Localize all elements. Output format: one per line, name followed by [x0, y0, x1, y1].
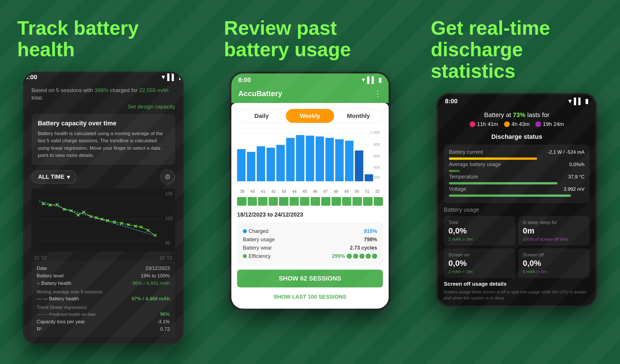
svg-text:200: 200	[373, 175, 380, 180]
svg-rect-18	[276, 145, 285, 181]
svg-rect-16	[257, 146, 265, 181]
bar-chart-svg: 1,000 800 600 400 200	[237, 129, 383, 186]
svg-rect-21	[306, 135, 314, 181]
svg-rect-27	[365, 174, 373, 181]
svg-text:800: 800	[373, 142, 380, 147]
svg-rect-26	[355, 150, 363, 181]
svg-rect-20	[296, 135, 304, 181]
chart-svg	[36, 192, 170, 246]
battery-chart: 105 100 95	[32, 188, 175, 252]
svg-rect-24	[335, 139, 344, 181]
svg-rect-25	[345, 141, 353, 181]
svg-text:1,000: 1,000	[370, 130, 380, 135]
svg-text:400: 400	[373, 165, 380, 170]
bar-chart: 1,000 800 600 400 200	[237, 129, 383, 186]
svg-text:600: 600	[373, 154, 380, 158]
svg-rect-14	[237, 149, 245, 181]
y-axis-labels: 105 100 95	[165, 191, 173, 246]
svg-rect-17	[267, 147, 275, 181]
svg-rect-23	[326, 138, 334, 181]
svg-rect-15	[247, 152, 255, 181]
svg-line-3	[39, 201, 156, 236]
svg-rect-22	[316, 136, 324, 181]
svg-rect-19	[286, 138, 294, 181]
